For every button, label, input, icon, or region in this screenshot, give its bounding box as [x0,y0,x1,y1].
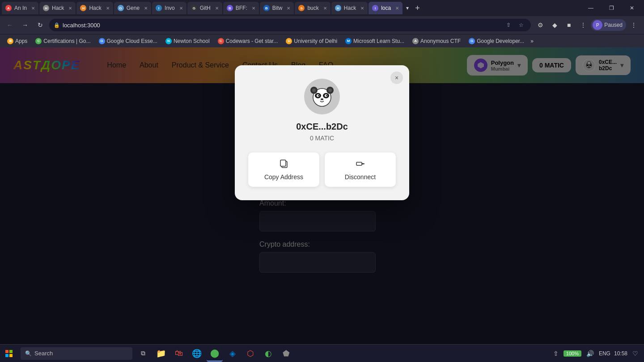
tab-favicon: B [227,5,233,11]
bookmarks-overflow[interactable]: » [529,38,535,44]
bookmark-favicon: G [99,38,105,44]
bookmark-label: Google Cloud Esse... [107,38,157,44]
tab-localhost[interactable]: l loca ✕ [369,2,402,14]
bookmark-favicon: ⊞ [7,38,13,44]
taskbar-git[interactable]: ⬡ [242,345,258,362]
forward-button[interactable]: → [19,19,31,31]
lock-icon: 🔒 [54,22,60,28]
restore-button[interactable]: ❐ [601,0,622,16]
share-button[interactable]: ⇧ [503,20,514,30]
taskbar-task-view[interactable]: ⧉ [135,345,151,362]
tab-label: Hack [344,5,356,11]
tab-close[interactable]: ✕ [323,6,327,11]
tab-label: Invo [165,5,175,11]
tab-close[interactable]: ✕ [68,6,72,11]
bookmark-button[interactable]: ☆ [516,20,526,30]
svg-point-21 [326,95,327,97]
tab-github[interactable]: G GitH ✕ [187,2,222,14]
tab-bar: A An In ✕ H Hack ✕ H Hack ✕ G Gene ✕ I I… [0,0,644,16]
tab-hack-3[interactable]: H Hack ✕ [331,2,368,14]
taskbar-store[interactable]: 🛍 [171,345,187,362]
taskbar-explorer[interactable]: 📁 [153,345,169,362]
bookmark-google-dev[interactable]: G Google Developer... [465,37,528,45]
tab-close[interactable]: ✕ [106,6,110,11]
tab-gene[interactable]: G Gene ✕ [114,2,151,14]
svg-rect-26 [5,350,8,353]
modal-wallet-balance: 0 MATIC [248,135,396,142]
profile-avatar: P [593,20,602,30]
tab-bitwarden[interactable]: B Bitw ✕ [260,2,294,14]
tab-close[interactable]: ✕ [144,6,148,11]
svg-point-14 [312,88,316,92]
disconnect-icon [356,159,365,171]
network-tray-icon[interactable]: ⇧ [552,350,560,357]
tab-invo[interactable]: I Invo ✕ [152,2,186,14]
extensions-button[interactable]: ⚙ [534,18,547,32]
notifications-icon[interactable]: ♡ [631,350,640,357]
tab-close[interactable]: ✕ [252,6,255,11]
modal-overlay[interactable]: × [0,47,644,349]
bookmark-codewars[interactable]: C Codewars - Get star... [214,37,282,45]
reload-button[interactable]: ↻ [34,19,47,31]
address-actions: ⇧ ☆ [503,20,526,30]
back-button[interactable]: ← [4,19,16,31]
speaker-icon[interactable]: 🔊 [585,350,595,357]
extensions-list[interactable]: ■ [562,18,576,32]
bookmark-label: University of Delhi [294,38,337,44]
svg-rect-24 [280,160,286,166]
tab-favicon: b [298,5,305,11]
taskbar-chrome[interactable]: ⬤ [207,345,223,362]
minimize-button[interactable]: — [580,0,601,16]
address-bar-row: ← → ↻ 🔒 localhost:3000 ⇧ ☆ ⚙ ◆ ■ ⋮ P Pau… [0,16,644,34]
browser-tools: ⚙ ◆ ■ ⋮ P Paused ⋮ [534,18,640,32]
edge-icon[interactable]: ◆ [548,18,561,32]
bookmark-favicon: G [469,38,475,44]
bookmark-microsoft-learn[interactable]: M Microsoft Learn Stu... [342,37,408,45]
url-text: localhost:3000 [63,22,100,29]
copy-address-button[interactable]: Copy Address [248,152,319,187]
taskbar-chrome-2[interactable]: ◐ [260,345,276,362]
search-icon: 🔍 [25,350,32,357]
tab-an-in[interactable]: A An In ✕ [2,2,38,14]
bookmark-anon-ctf[interactable]: A Anonymous CTF [409,37,464,45]
disconnect-button[interactable]: Disconnect [325,152,396,187]
bookmark-google-cloud[interactable]: G Google Cloud Esse... [95,37,161,45]
tab-hack-1[interactable]: H Hack ✕ [39,2,76,14]
page-area: ASTДOPE Home About Product & Service Con… [0,47,644,349]
start-button[interactable] [0,345,18,362]
sidebar-button[interactable]: ⋮ [576,18,590,32]
taskbar-vscode[interactable]: ◈ [225,345,241,362]
tab-label: Gene [127,5,140,11]
bookmark-favicon: A [412,38,419,44]
disconnect-label: Disconnect [345,173,376,181]
tab-favicon: B [263,5,270,11]
tab-close[interactable]: ✕ [287,6,290,11]
modal-close-button[interactable]: × [390,72,403,84]
bookmark-certifications[interactable]: C Certifications | Go... [32,37,94,45]
tab-close[interactable]: ✕ [31,6,35,11]
close-button[interactable]: ✕ [622,0,642,16]
bookmark-university-delhi[interactable]: U University of Delhi [282,37,341,45]
modal-action-buttons: Copy Address Disconnect [248,152,396,187]
tab-overflow[interactable]: ▾ [403,5,411,11]
bookmark-apps[interactable]: ⊞ Apps [4,37,31,45]
tab-hack-2[interactable]: H Hack ✕ [76,2,113,14]
taskbar-search-box[interactable]: 🔍 Search [21,347,132,360]
profile-button[interactable]: P Paused [591,19,626,31]
tab-close[interactable]: ✕ [360,6,364,11]
tab-buck[interactable]: b buck ✕ [295,2,330,14]
bookmark-newton[interactable]: N Newton School [162,37,213,45]
address-bar[interactable]: 🔒 localhost:3000 ⇧ ☆ [49,19,531,31]
battery-indicator: 100% [564,350,581,357]
taskbar-extra[interactable]: ⬟ [278,345,294,362]
tab-bff[interactable]: B BFF: ✕ [223,2,259,14]
tab-close[interactable]: ✕ [395,6,399,11]
tab-close[interactable]: ✕ [179,6,183,11]
bookmark-label: Codewars - Get star... [226,38,278,44]
new-tab-button[interactable]: + [412,4,423,12]
settings-menu-button[interactable]: ⋮ [627,18,640,32]
sync-status: Paused [604,22,623,28]
tab-close[interactable]: ✕ [215,6,219,11]
taskbar-edge[interactable]: 🌐 [189,345,205,362]
svg-rect-27 [9,350,13,353]
